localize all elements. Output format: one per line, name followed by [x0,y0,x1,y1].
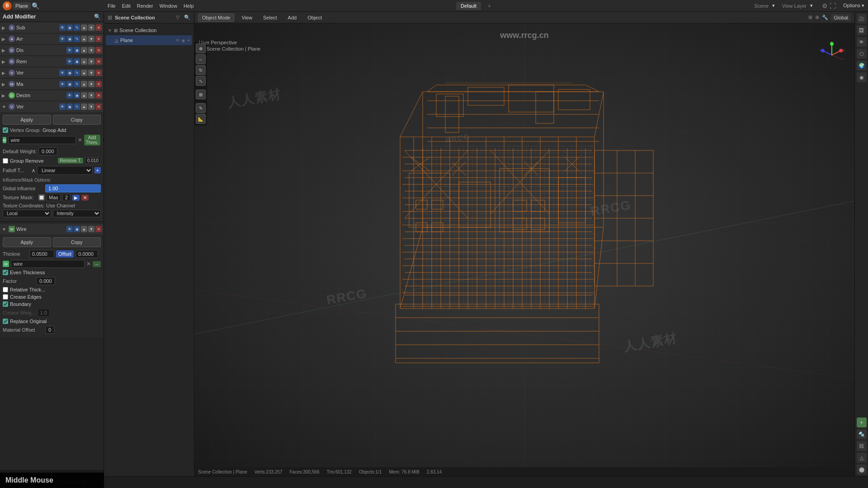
menu-help[interactable]: Help [184,3,194,9]
boundary-checkbox[interactable] [3,301,8,307]
modifier-dis-down-btn[interactable]: ▼ [88,47,94,53]
modifier-dis-del-btn[interactable]: ✕ [95,47,102,53]
offset-value[interactable]: 0.0000 [75,250,98,258]
modifier-rem-vis-btn[interactable]: 👁 [66,58,73,65]
workspace-tab-default[interactable]: Default [456,2,481,10]
transform-tool-btn[interactable]: ⊞ [196,89,206,99]
modifier-wire-render-btn[interactable]: ◉ [74,226,80,232]
wire-name-input[interactable] [8,136,76,144]
modifier-decim-up-btn[interactable]: ▲ [81,92,87,99]
modifier-arr-up-btn[interactable]: ▲ [81,36,87,42]
menu-window[interactable]: Window [160,3,177,9]
modifier-sub-header[interactable]: ▶ S Sub 👁 ◉ ✎ ▲ ▼ ✕ [0,22,104,33]
object-mode-btn[interactable]: Object Mode [198,14,234,22]
modifier-rem-del-btn[interactable]: ✕ [95,58,102,65]
modifier-ma-vis-btn[interactable]: 👁 [59,81,66,87]
scene-browser-filter-icon[interactable]: ▽ [176,14,179,20]
rpanel-data-btn[interactable]: △ [857,453,867,463]
rpanel-particles-btn[interactable]: ✦ [857,418,867,427]
texture-mask-browse-btn[interactable]: ▶ [72,195,80,201]
rpanel-object-btn[interactable]: ◉ [857,72,867,82]
wire-remove-btn[interactable]: ✕ [78,137,82,143]
rpanel-constraints-btn[interactable]: ⛓ [857,441,867,451]
modifier-decim-vis-btn[interactable]: 👁 [66,92,73,99]
scene-plane-item[interactable]: △ Plane 👁 ◉ ✦ [106,35,192,45]
wire-link-btn[interactable]: ↔ [93,261,101,267]
modifier-search-icon[interactable]: 🔍 [94,14,101,20]
thickness-value[interactable]: 0.0500 [29,250,54,258]
modifier-ma-up-btn[interactable]: ▲ [81,81,87,87]
tex-local-select[interactable]: Local [3,210,51,217]
modifier-rem-down-btn[interactable]: ▼ [88,58,94,65]
modifier-rem-header[interactable]: ▶ R Rem 👁 ◉ ▲ ▼ ✕ [0,56,104,67]
rotate-tool-btn[interactable]: ↻ [196,65,206,75]
modifier-sub-vis-btn[interactable]: 👁 [59,24,66,31]
modifier-ver2-render-btn[interactable]: ◉ [66,103,73,110]
add-menu-btn[interactable]: Add [284,14,301,21]
modifier-ver1-del-btn[interactable]: ✕ [95,70,102,76]
ver2-copy-btn[interactable]: Copy [53,115,101,125]
falloff-type-select[interactable]: Linear [37,166,93,175]
plane-camera-icon[interactable]: ◉ [181,38,185,43]
modifier-decim-header[interactable]: ▶ D Decim 👁 ◉ ▲ ▼ ✕ [0,90,104,101]
object-name-display[interactable]: Plane [13,2,31,9]
modifier-ma-edit-btn[interactable]: ✎ [74,81,80,87]
modifier-ma-down-btn[interactable]: ▼ [88,81,94,87]
group-add-checkbox[interactable] [3,127,8,133]
viewport[interactable]: Object Mode View Select Add Object ⊞ ⊕ 🔧… [194,12,854,476]
modifier-decim-render-btn[interactable]: ◉ [74,92,80,99]
modifier-dis-render-btn[interactable]: ◉ [74,47,80,53]
rpanel-render-btn[interactable]: 🎥 [857,14,867,23]
modifier-ma-del-btn[interactable]: ✕ [95,81,102,87]
fullscreen-icon[interactable]: ⛶ [830,2,836,9]
modifier-ver1-header[interactable]: ▶ V Ver 👁 ◉ ✎ ▲ ▼ ✕ [0,67,104,78]
modifier-sub-render-btn[interactable]: ◉ [66,24,73,31]
transform-orientation[interactable]: Global [831,14,851,21]
modifier-arr-header[interactable]: ▶ A Arr 👁 ◉ ✎ ▲ ▼ ✕ [0,33,104,44]
select-menu-btn[interactable]: Select [259,14,281,21]
plane-vis-icon[interactable]: 👁 [175,38,180,43]
modifier-ma-render-btn[interactable]: ◉ [66,81,73,87]
crease-edges-checkbox[interactable] [3,294,8,300]
rpanel-world-btn[interactable]: 🌍 [857,61,867,70]
options-btn[interactable]: Options ▾ [843,3,864,9]
viewport-overlay-icon[interactable]: ⊞ [808,14,812,20]
modifier-ver1-up-btn[interactable]: ▲ [81,70,87,76]
add-workspace-btn[interactable]: + [487,2,491,9]
modifier-arr-render-btn[interactable]: ◉ [66,36,73,42]
texture-mask-clear-btn[interactable]: ✕ [81,195,89,201]
modifier-wire-vis-btn[interactable]: 👁 [66,226,73,232]
modifier-ver2-up-btn[interactable]: ▲ [81,103,87,110]
move-tool-btn[interactable]: ↔ [196,54,206,64]
rpanel-output-btn[interactable]: 🖼 [857,25,867,35]
modifier-ver2-del-btn[interactable]: ✕ [95,103,102,110]
modifier-sub-down-btn[interactable]: ▼ [88,24,94,31]
modifier-arr-down-btn[interactable]: ▼ [88,36,94,42]
menu-render[interactable]: Render [137,3,153,9]
rpanel-scene-btn[interactable]: ⬡ [857,49,867,59]
modifier-wire-del-btn[interactable]: ✕ [95,226,102,232]
modifier-dis-up-btn[interactable]: ▲ [81,47,87,53]
plane-select-icon[interactable]: ✦ [187,38,190,43]
default-weight-value[interactable]: 0.000 [38,147,57,155]
ver2-apply-btn[interactable]: Apply [3,115,51,125]
menu-file[interactable]: File [108,3,116,9]
rpanel-material-btn[interactable]: ⬤ [857,465,867,474]
wire-name-input2[interactable] [11,260,85,268]
group-remove-checkbox[interactable] [3,158,8,164]
relative-thick-checkbox[interactable] [3,287,8,292]
view-layer-value[interactable]: ▾ [810,3,813,9]
modifier-wire-header[interactable]: ▼ W Wire 👁 ◉ ▲ ▼ ✕ [0,224,104,235]
global-influence-bar[interactable]: 1.00 [45,184,101,192]
modifier-ver2-down-btn[interactable]: ▼ [88,103,94,110]
modifier-sub-edit-btn[interactable]: ✎ [74,24,80,31]
view-menu-btn[interactable]: View [238,14,256,21]
viewport-gizmo-icon[interactable]: ⊕ [815,14,819,20]
measure-tool-btn[interactable]: 📐 [196,114,206,124]
modifier-ver2-edit-btn[interactable]: ✎ [74,103,80,110]
cursor-tool-btn[interactable]: ⊕ [196,43,206,53]
settings-icon[interactable]: ⚙ [822,2,828,9]
modifier-rem-render-btn[interactable]: ◉ [74,58,80,65]
rpanel-view-btn[interactable]: 👁 [857,37,867,47]
scale-tool-btn[interactable]: ⤡ [196,76,206,86]
